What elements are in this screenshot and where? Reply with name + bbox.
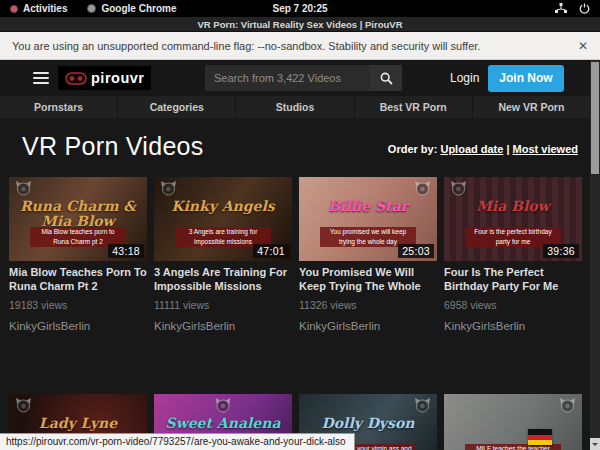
scrollbar-thumb[interactable] — [591, 62, 599, 174]
logo-text: pirouvr — [91, 70, 144, 86]
video-channel-link[interactable]: KinkyGirlsBerlin — [9, 320, 147, 332]
studio-cat-logo-icon — [414, 181, 431, 196]
activities-label: Activities — [23, 3, 67, 14]
login-link[interactable]: Login — [450, 71, 479, 85]
browser-window-titlebar: VR Porn: Virtual Reality Sex Videos | Pi… — [0, 17, 600, 32]
video-thumbnail[interactable]: Runa Charm & Mia Blow Mia Blow teaches p… — [9, 177, 147, 261]
duration-badge: 43:18 — [108, 244, 144, 258]
system-top-bar: Activities Google Chrome Sep 7 20:25 — [0, 0, 600, 17]
german-flag — [528, 429, 552, 445]
video-thumbnail[interactable]: Kinky Angels 3 Angels are training for i… — [154, 177, 292, 261]
video-thumbnail[interactable]: Mia Blow Four is the perfect birthday pa… — [444, 177, 582, 261]
video-views: 19183 views — [9, 299, 147, 311]
nav-item-pornstars[interactable]: Pornstars — [0, 96, 118, 118]
studio-cat-logo-icon — [215, 398, 232, 413]
studio-cat-logo-icon — [15, 398, 32, 413]
thumbnail-overlay-name: Billie Star — [299, 199, 437, 214]
video-channel-link[interactable]: KinkyGirlsBerlin — [444, 320, 582, 332]
thumbnail-caption: MILF teaches the teacher some practical … — [444, 444, 582, 450]
vr-goggles-icon — [65, 72, 87, 85]
thumbnail-overlay-name: Runa Charm & Mia Blow — [9, 199, 147, 228]
activities-button[interactable]: Activities — [0, 0, 77, 17]
search-button[interactable] — [370, 65, 402, 91]
active-app-label: Google Chrome — [101, 3, 176, 14]
join-now-button[interactable]: Join Now — [488, 65, 564, 92]
studio-cat-logo-icon — [160, 181, 177, 196]
main-nav: PornstarsCategoriesStudiosBest VR PornNe… — [0, 96, 590, 118]
video-thumbnail[interactable]: Billie Star You promised we will keep tr… — [299, 177, 437, 261]
video-grid: Runa Charm & Mia Blow Mia Blow teaches p… — [0, 171, 600, 450]
window-title: VR Porn: Virtual Reality Sex Videos | Pi… — [197, 19, 402, 30]
video-card: Kinky Angels 3 Angels are training for i… — [154, 177, 292, 332]
video-card: Mia Blow MILF teaches the teacher some p… — [444, 394, 582, 450]
video-card: Mia Blow Four is the perfect birthday pa… — [444, 177, 582, 332]
nav-item-studios[interactable]: Studios — [236, 96, 354, 118]
order-upload-date-link[interactable]: Upload date — [440, 143, 503, 155]
thumbnail-overlay-name: Sweet Analena — [154, 416, 292, 431]
thumbnail-overlay-name: Mia Blow — [444, 199, 582, 214]
site-header: pirouvr Login Join Now — [0, 60, 600, 96]
video-title-link[interactable]: 3 Angels Are Training For Impossible Mis… — [154, 266, 292, 294]
nav-item-new-vr-porn[interactable]: New VR Porn — [473, 96, 590, 118]
video-views: 6958 views — [444, 299, 582, 311]
order-most-viewed-link[interactable]: Most viewed — [513, 143, 578, 155]
active-app-menu[interactable]: Google Chrome — [77, 0, 186, 17]
video-thumbnail[interactable]: Mia Blow MILF teaches the teacher some p… — [444, 394, 582, 450]
order-by: Order by: Upload date | Most viewed — [388, 143, 578, 155]
nav-item-categories[interactable]: Categories — [118, 96, 236, 118]
infobar-close-icon[interactable]: ✕ — [578, 39, 588, 53]
scrollbar-down-arrow-icon[interactable] — [590, 438, 600, 450]
search-input[interactable] — [205, 65, 370, 91]
duration-badge: 39:36 — [543, 244, 579, 258]
infobar-message: You are using an unsupported command-lin… — [12, 40, 480, 52]
studio-cat-logo-icon — [450, 181, 467, 196]
studio-cat-logo-icon — [559, 398, 576, 413]
thumbnail-overlay-name: Dolly Dyson — [299, 416, 437, 431]
network-icon[interactable] — [555, 3, 567, 14]
page-heading: VR Porn Videos Order by: Upload date | M… — [0, 118, 600, 171]
video-views: 11111 views — [154, 299, 292, 311]
studio-cat-logo-icon — [15, 181, 32, 196]
hamburger-menu-icon[interactable] — [33, 72, 49, 84]
duration-badge: 25:03 — [398, 244, 434, 258]
chrome-app-icon — [87, 4, 96, 13]
video-views: 11326 views — [299, 299, 437, 311]
video-channel-link[interactable]: KinkyGirlsBerlin — [299, 320, 437, 332]
browser-status-url: https://pirouvr.com/vr-porn-video/779325… — [0, 433, 355, 450]
order-by-label: Order by: — [388, 143, 438, 155]
video-title-link[interactable]: Four Is The Perfect Birthday Party For M… — [444, 266, 582, 294]
recording-indicator-icon — [10, 5, 18, 13]
video-card: Runa Charm & Mia Blow Mia Blow teaches p… — [9, 177, 147, 332]
order-separator: | — [506, 143, 509, 155]
search-bar — [205, 65, 402, 91]
power-icon[interactable] — [579, 3, 590, 14]
thumbnail-overlay-name: Kinky Angels — [154, 199, 292, 214]
video-channel-link[interactable]: KinkyGirlsBerlin — [154, 320, 292, 332]
chrome-infobar: You are using an unsupported command-lin… — [0, 32, 600, 60]
thumbnail-overlay-name: Lady Lyne — [9, 416, 147, 431]
duration-badge: 47:01 — [253, 244, 289, 258]
page-scrollbar[interactable] — [590, 60, 600, 450]
video-title-link[interactable]: Mia Blow Teaches Porn To Runa Charm Pt 2 — [9, 266, 147, 294]
clock[interactable]: Sep 7 20:25 — [272, 3, 327, 14]
nav-item-best-vr-porn[interactable]: Best VR Porn — [355, 96, 473, 118]
video-title-link[interactable]: You Promised We Will Keep Trying The Who… — [299, 266, 437, 294]
search-icon — [380, 72, 393, 85]
video-card: Billie Star You promised we will keep tr… — [299, 177, 437, 332]
studio-cat-logo-icon — [414, 398, 431, 413]
site-logo[interactable]: pirouvr — [58, 66, 151, 90]
